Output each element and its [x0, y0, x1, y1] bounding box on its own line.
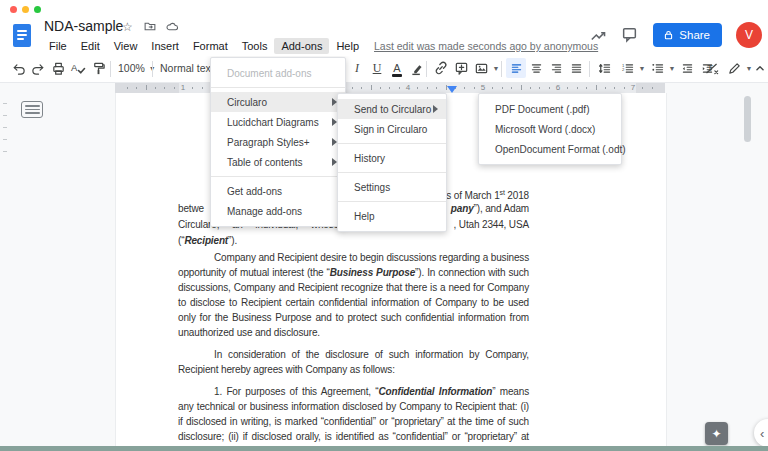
- menu-item-settings[interactable]: Settings: [338, 177, 446, 197]
- comment-icon[interactable]: [621, 26, 639, 44]
- menu-item-paragraph-styles[interactable]: Paragraph Styles+: [211, 132, 345, 152]
- header: NDA-sample ☆ FileEditViewInsertFormatToo…: [0, 0, 768, 56]
- paragraph: 1. For purposes of this Agreement, “Conf…: [178, 384, 529, 451]
- zoom-window-button[interactable]: [34, 6, 41, 13]
- menu-item-help[interactable]: Help: [338, 206, 446, 226]
- chevron-left-icon: ‹: [760, 426, 764, 441]
- italic-icon[interactable]: I: [347, 58, 367, 78]
- menubar: FileEditViewInsertFormatToolsAdd-onsHelp…: [42, 38, 598, 54]
- bulleted-list-icon[interactable]: [647, 58, 667, 78]
- bul-drop-icon[interactable]: ▼: [667, 58, 677, 78]
- link-icon[interactable]: [431, 58, 451, 78]
- star-icon[interactable]: ☆: [122, 20, 133, 34]
- menu-item-manage-add-ons[interactable]: Manage add-ons: [211, 201, 345, 221]
- doc-line-fragment: as of March 1st 2018: [441, 186, 529, 202]
- menubar-item-view[interactable]: View: [107, 38, 145, 54]
- explore-button[interactable]: ✦: [705, 422, 728, 445]
- underline-icon[interactable]: U: [367, 58, 387, 78]
- ruler-number: 4: [406, 83, 410, 92]
- docs-logo-icon[interactable]: [13, 24, 31, 47]
- document-outline-icon[interactable]: [21, 101, 43, 118]
- menu-item-pdf-document-pdf[interactable]: PDF Document (.pdf): [479, 99, 621, 119]
- align-justify-icon[interactable]: [566, 58, 586, 78]
- text-color-icon[interactable]: A: [387, 58, 407, 78]
- menu-divider: [338, 172, 446, 173]
- minimize-button[interactable]: [22, 6, 29, 13]
- doc-line-fragment: betwe: [178, 202, 204, 215]
- undo-icon[interactable]: [8, 58, 28, 78]
- submenu-arrow-icon: [433, 105, 438, 113]
- avatar[interactable]: V: [736, 22, 762, 48]
- move-folder-icon[interactable]: [143, 20, 157, 36]
- header-actions: Share V: [589, 22, 762, 48]
- toolbar-spacing-group: [594, 58, 614, 78]
- cloud-status-icon[interactable]: [165, 20, 179, 36]
- clear-formatting-icon[interactable]: T: [702, 58, 722, 78]
- menu-divider: [211, 176, 345, 177]
- document-title[interactable]: NDA-sample: [44, 18, 123, 34]
- menubar-item-format[interactable]: Format: [186, 38, 235, 54]
- window-bottom-edge: [0, 446, 768, 451]
- spellcheck-icon[interactable]: A: [68, 58, 88, 78]
- collapse-toolbar-icon[interactable]: [750, 58, 768, 78]
- addons-menu: Document add-onsCircularoLucidchart Diag…: [210, 57, 346, 227]
- send-to-circularo-submenu: PDF Document (.pdf)Microsoft Word (.docx…: [478, 93, 622, 165]
- menu-item-get-add-ons[interactable]: Get add-ons: [211, 181, 345, 201]
- add-comment-icon[interactable]: [451, 58, 471, 78]
- toolbar-left-group: A: [8, 58, 108, 78]
- align-right-icon[interactable]: [546, 58, 566, 78]
- menu-divider: [211, 87, 345, 88]
- menu-item-table-of-contents[interactable]: Table of contents: [211, 152, 345, 172]
- ruler-number: 5: [481, 83, 485, 92]
- menu-item-history[interactable]: History: [338, 148, 446, 168]
- menubar-item-add-ons[interactable]: Add-ons: [274, 38, 329, 54]
- paragraph: Company and Recipient desire to begin di…: [178, 250, 529, 340]
- menubar-item-tools[interactable]: Tools: [235, 38, 275, 54]
- num-drop-icon[interactable]: ▼: [637, 58, 647, 78]
- ruler[interactable]: 1234567: [0, 82, 768, 93]
- toolbar-clear-group: T: [702, 58, 722, 78]
- zoom-select[interactable]: 100%▼: [118, 59, 156, 77]
- editing-mode-pencil-icon[interactable]: [724, 58, 744, 78]
- numbered-list-icon[interactable]: 12: [617, 58, 637, 78]
- menu-item-send-to-circularo[interactable]: Send to Circularo: [338, 99, 446, 119]
- line-spacing-icon[interactable]: [594, 58, 614, 78]
- menubar-item-edit[interactable]: Edit: [74, 38, 107, 54]
- align-left-icon[interactable]: [506, 58, 526, 78]
- right-margin-zone: [636, 82, 665, 93]
- image-drop-icon[interactable]: ▼: [491, 58, 501, 78]
- menu-item-opendocument-format-odt[interactable]: OpenDocument Format (.odt): [479, 139, 621, 159]
- svg-text:A: A: [71, 62, 78, 73]
- indent-marker[interactable]: [447, 86, 457, 93]
- toolbar-insert-group: ▼: [431, 58, 501, 78]
- share-button[interactable]: Share: [653, 23, 722, 47]
- paragraph: In consideration of the disclosure of su…: [178, 347, 529, 377]
- menubar-item-insert[interactable]: Insert: [144, 38, 186, 54]
- menu-item-lucidchart-diagrams[interactable]: Lucidchart Diagrams: [211, 112, 345, 132]
- redo-icon[interactable]: [28, 58, 48, 78]
- document-text[interactable]: Company and Recipient desire to begin di…: [178, 250, 529, 451]
- toolbar-align-group: [506, 58, 586, 78]
- last-edit-link[interactable]: Last edit was made seconds ago by anonym…: [374, 40, 598, 52]
- print-icon[interactable]: [48, 58, 68, 78]
- close-button[interactable]: [10, 6, 17, 13]
- insert-image-icon[interactable]: [471, 58, 491, 78]
- vertical-scrollbar[interactable]: [744, 96, 751, 142]
- ruler-number: 6: [556, 83, 560, 92]
- ruler-number: 1: [181, 83, 185, 92]
- menu-item-sign-in-circularo[interactable]: Sign in Circularo: [338, 119, 446, 139]
- toolbar: A 100%▼ Normal text▼ IUA ▼ 12▼▼ T ▼: [0, 56, 768, 83]
- decrease-indent-icon[interactable]: [677, 58, 697, 78]
- menubar-item-help[interactable]: Help: [329, 38, 366, 54]
- menu-item-microsoft-word-docx[interactable]: Microsoft Word (.docx): [479, 119, 621, 139]
- paint-format-icon[interactable]: [88, 58, 108, 78]
- left-margin-zone: [115, 82, 179, 93]
- ruler-number: 7: [631, 83, 635, 92]
- menu-item-circularo[interactable]: Circularo: [211, 92, 345, 112]
- insights-icon[interactable]: [589, 26, 607, 44]
- align-center-icon[interactable]: [526, 58, 546, 78]
- doc-line-fragment: (“Recipient”).: [178, 234, 237, 247]
- menubar-item-file[interactable]: File: [42, 38, 74, 54]
- highlight-icon[interactable]: [407, 58, 427, 78]
- doc-line-fragment: pany”), and Adam: [451, 202, 529, 215]
